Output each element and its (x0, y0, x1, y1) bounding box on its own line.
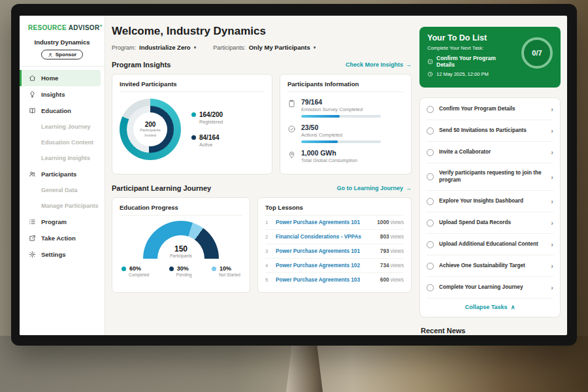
sidebar-item-general-data[interactable]: General Data (20, 182, 105, 198)
task-checkbox[interactable] (427, 263, 434, 270)
chevron-right-icon[interactable]: › (551, 197, 553, 205)
chevron-right-icon[interactable]: › (551, 219, 553, 227)
task-checkbox[interactable] (427, 241, 434, 248)
chevron-right-icon[interactable]: › (551, 105, 553, 113)
participants-information-card: Participants Information 79/164 Emission… (280, 74, 412, 174)
go-to-learning-journey-link[interactable]: Go to Learning Journey → (336, 185, 412, 191)
check-circle-icon (287, 125, 296, 133)
task-checkbox[interactable] (427, 149, 434, 156)
external-action-icon (29, 235, 36, 242)
sidebar-item-home[interactable]: Home (20, 70, 101, 86)
sidebar-item-label: Settings (41, 251, 65, 258)
home-icon (29, 74, 36, 82)
todo-task-row[interactable]: Confirm Your Program Details › (427, 99, 553, 120)
donut-center-label: Participants Invited (137, 128, 164, 138)
todo-task-row[interactable]: Complete Your Learning Journey › (427, 277, 553, 299)
chevron-right-icon[interactable]: › (551, 127, 553, 135)
chevron-right-icon[interactable]: › (551, 284, 553, 291)
sidebar-item-settings[interactable]: Settings (20, 246, 105, 263)
clock-icon (427, 71, 433, 77)
task-label: Explore Your Insights Dashboard (439, 198, 546, 205)
program-insights-cards: Invited Participants 200 Participants In… (112, 74, 412, 174)
chevron-right-icon[interactable]: › (551, 262, 553, 270)
check-more-insights-link[interactable]: Check More Insights → (346, 61, 412, 68)
donut-inner-ring: 200 Participants Invited (127, 106, 174, 153)
lesson-row[interactable]: 2 Financial Considerations - VPPAs 803vi… (265, 230, 404, 244)
role-badge: Sponsor (41, 50, 83, 59)
arrow-right-icon: → (406, 61, 412, 68)
progress-bar-fill (301, 115, 340, 118)
todo-next-task-label: Confirm Your Program Details (436, 55, 515, 68)
todo-task-row[interactable]: Invite a Collaborator › (427, 142, 553, 163)
legend-value: 164/200 (199, 111, 223, 118)
program-insights-header: Program Insights Check More Insights → (112, 61, 412, 69)
invited-participants-card: Invited Participants 200 Participants In… (112, 74, 272, 174)
sidebar-item-participants[interactable]: Participants (20, 166, 105, 182)
program-filter[interactable]: Program: Industrialize Zero ▾ (112, 44, 196, 51)
monitor-bezel: RESOURCE ADVISOR+ Industry Dynamics Spon… (11, 4, 577, 346)
gear-icon (29, 251, 36, 258)
todo-next-task[interactable]: Confirm Your Program Details (427, 55, 515, 68)
lesson-views-unit: views (391, 248, 404, 254)
dashboard-screen: RESOURCE ADVISOR+ Industry Dynamics Spon… (20, 16, 567, 335)
top-lessons-card: Top Lessons 1 Power Purchase Agreements … (257, 197, 412, 293)
todo-task-row[interactable]: Upload Spend Data Records › (427, 212, 553, 234)
chevron-right-icon[interactable]: › (551, 173, 553, 181)
lesson-views-unit: views (391, 277, 404, 283)
sidebar-item-program[interactable]: Program (20, 214, 105, 230)
stat-global-consumption: 1,000 GWh Total Global Consumption (287, 149, 404, 163)
lesson-row[interactable]: 3 Power Purchase Agreements 101 793views (265, 244, 404, 259)
lesson-row[interactable]: 4 Power Purchase Agreements 102 734views (265, 259, 404, 273)
todo-task-row[interactable]: Explore Your Insights Dashboard › (427, 191, 553, 212)
task-checkbox[interactable] (427, 220, 434, 227)
link-label: Check More Insights (346, 61, 403, 68)
lesson-title-link[interactable]: Power Purchase Agreements 103 (276, 277, 375, 283)
participants-filter[interactable]: Participants: Only My Participants ▾ (213, 44, 316, 51)
todo-task-row[interactable]: Upload Additional Educational Content › (427, 234, 553, 255)
todo-task-row[interactable]: Verify participants requesting to join t… (427, 163, 553, 191)
sidebar-item-insights[interactable]: Insights (20, 86, 105, 103)
lesson-title-link[interactable]: Power Purchase Agreements 101 (276, 248, 375, 254)
chevron-down-icon: ▾ (314, 45, 316, 50)
lesson-rank: 2 (265, 234, 270, 240)
lesson-title-link[interactable]: Financial Considerations - VPPAs (276, 234, 375, 240)
sidebar-item-label: Take Action (41, 235, 76, 242)
sidebar-item-learning-journey[interactable]: Learning Journey (20, 119, 105, 135)
legend-item-registered: 164/200 Registered (191, 111, 223, 125)
task-checkbox[interactable] (427, 284, 434, 291)
legend-label: Pending (176, 272, 192, 277)
task-label: Invite a Collaborator (439, 149, 546, 156)
task-checkbox[interactable] (427, 173, 434, 180)
chevron-up-icon: ∧ (511, 304, 515, 310)
chevron-right-icon[interactable]: › (551, 148, 553, 156)
task-checkbox[interactable] (427, 198, 434, 205)
task-label: Complete Your Learning Journey (439, 284, 546, 291)
clipboard-icon (287, 99, 296, 108)
task-checkbox[interactable] (427, 127, 434, 135)
sidebar-item-education-content[interactable]: Education Content (20, 135, 105, 150)
lesson-row[interactable]: 1 Power Purchase Agreements 101 1000view… (265, 216, 404, 230)
sidebar-item-manage-participants[interactable]: Manage Participants (20, 198, 105, 214)
lesson-title-link[interactable]: Power Purchase Agreements 102 (276, 263, 375, 269)
collapse-tasks-label: Collapse Tasks (465, 304, 508, 310)
card-title: Top Lessons (265, 204, 404, 216)
legend-dot (169, 267, 174, 271)
sidebar-item-education[interactable]: Education (20, 103, 105, 119)
sidebar-item-learning-insights[interactable]: Learning Insights (20, 150, 105, 166)
todo-task-row[interactable]: Achieve One Sustainability Target › (427, 255, 553, 277)
legend-value: 60% (129, 265, 141, 272)
chevron-right-icon[interactable]: › (551, 240, 553, 248)
stat-actions-completed: 23/50 Actions Completed (287, 123, 404, 143)
participants-filter-label: Participants: (213, 44, 246, 51)
sidebar-item-take-action[interactable]: Take Action (20, 230, 105, 246)
legend-label: Active (199, 142, 223, 148)
legend-item-not-started: 10% Not Started (212, 265, 240, 277)
legend-dot (212, 267, 216, 271)
collapse-tasks-button[interactable]: Collapse Tasks ∧ (427, 299, 553, 317)
education-progress-card: Education Progress 150 Participants 60% (112, 197, 250, 293)
lesson-row[interactable]: 5 Power Purchase Agreements 103 600views (265, 273, 404, 287)
program-filter-value: Industrialize Zero (139, 44, 191, 51)
todo-task-row[interactable]: Send 50 Invitations to Participants › (427, 120, 553, 142)
lesson-title-link[interactable]: Power Purchase Agreements 101 (276, 220, 372, 225)
task-checkbox[interactable] (427, 106, 434, 113)
